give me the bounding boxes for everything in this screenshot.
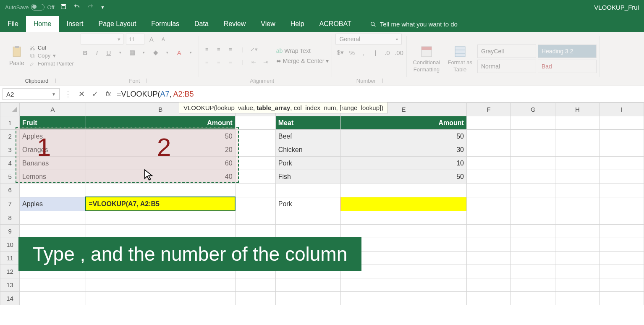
cut-button[interactable]: Cut <box>29 45 74 51</box>
row-header[interactable]: 7 <box>0 197 20 211</box>
grid[interactable]: A B C D E F G H I 1 Fruit Amount Meat Am… <box>0 102 644 305</box>
cell[interactable] <box>555 116 600 130</box>
style-bad[interactable]: Bad <box>538 60 597 73</box>
cell[interactable] <box>511 292 555 305</box>
conditional-formatting-button[interactable]: ConditionalFormatting <box>410 44 442 73</box>
cell[interactable]: 50 <box>341 170 467 183</box>
col-header-i[interactable]: I <box>599 103 644 116</box>
style-graycell[interactable]: GrayCell <box>477 45 536 58</box>
col-header-a[interactable]: A <box>20 103 86 116</box>
format-painter-button[interactable]: Format Painter <box>29 60 74 67</box>
cell[interactable] <box>235 157 275 170</box>
cell[interactable] <box>466 292 511 305</box>
cell[interactable] <box>86 292 235 305</box>
orientation-icon[interactable]: ⤢▾ <box>249 45 259 54</box>
cell[interactable] <box>86 211 235 225</box>
underline-button[interactable]: U <box>104 48 113 57</box>
style-normal[interactable]: Normal <box>477 60 536 73</box>
style-heading3[interactable]: Heading 3 2 <box>538 45 597 58</box>
cell[interactable] <box>235 143 275 157</box>
formula-input[interactable]: =VLOOKUP(A7, A2:B5 <box>117 90 194 99</box>
number-format-dropdown[interactable]: General▾ <box>335 34 402 45</box>
cell[interactable] <box>275 211 340 225</box>
cell[interactable] <box>466 143 511 157</box>
cell[interactable] <box>235 292 275 305</box>
borders-button[interactable]: ▦ <box>128 48 137 57</box>
cell[interactable] <box>599 238 644 252</box>
cell[interactable]: Fruit <box>20 116 86 130</box>
row-header[interactable]: 11 <box>0 252 20 265</box>
cell[interactable]: Chicken <box>275 143 340 157</box>
decrease-decimal-icon[interactable]: .00 <box>394 48 403 57</box>
cell[interactable] <box>511 170 555 183</box>
tab-review[interactable]: Review <box>216 16 253 32</box>
decrease-indent-icon[interactable]: ⇤ <box>249 58 259 67</box>
fill-color-button[interactable]: ◆ <box>151 48 160 57</box>
cell[interactable] <box>20 278 86 292</box>
cell[interactable] <box>235 278 275 292</box>
align-middle-icon[interactable]: ≡ <box>214 45 223 54</box>
row-header[interactable]: 6 <box>0 183 20 197</box>
cell[interactable] <box>555 183 600 197</box>
cell[interactable] <box>466 225 511 238</box>
undo-icon[interactable] <box>73 3 80 11</box>
cell[interactable]: 20 <box>86 143 235 157</box>
cell[interactable] <box>511 225 555 238</box>
copy-button[interactable]: Copy ▾ <box>29 52 74 59</box>
cell[interactable] <box>466 278 511 292</box>
row-header[interactable]: 8 <box>0 211 20 225</box>
cell[interactable]: Lemons <box>20 170 86 183</box>
merge-center-button[interactable]: ⬌ Merge & Center ▾ <box>276 58 329 64</box>
redo-icon[interactable] <box>87 3 94 11</box>
row-header[interactable]: 13 <box>0 278 20 292</box>
cell[interactable] <box>599 211 644 225</box>
align-top-icon[interactable]: ≡ <box>202 45 212 54</box>
worksheet[interactable]: A B C D E F G H I 1 Fruit Amount Meat Am… <box>0 102 644 305</box>
cell-lookup-value[interactable]: Apples <box>20 197 86 211</box>
row-header[interactable]: 14 <box>0 292 20 305</box>
cell[interactable] <box>466 197 511 211</box>
col-header-h[interactable]: H <box>555 103 600 116</box>
cell-styles-gallery[interactable]: GrayCell Heading 3 2 Normal Bad <box>477 45 597 73</box>
cell[interactable]: Oranges <box>20 143 86 157</box>
cell[interactable] <box>235 197 275 211</box>
tab-insert[interactable]: Insert <box>59 16 91 32</box>
cell[interactable] <box>555 252 600 265</box>
cell[interactable] <box>341 183 467 197</box>
row-header[interactable]: 1 <box>0 116 20 130</box>
cell[interactable] <box>275 183 340 197</box>
cancel-formula-icon[interactable]: ✕ <box>77 89 86 99</box>
cell[interactable] <box>599 197 644 211</box>
italic-button[interactable]: I <box>92 48 102 57</box>
cell[interactable] <box>511 157 555 170</box>
increase-indent-icon[interactable]: ⇥ <box>261 58 270 67</box>
cell[interactable] <box>555 143 600 157</box>
cell[interactable]: 40 <box>86 170 235 183</box>
cell[interactable] <box>235 130 275 143</box>
cell[interactable] <box>599 278 644 292</box>
cell[interactable] <box>466 183 511 197</box>
cell[interactable] <box>466 265 511 278</box>
cell[interactable] <box>20 225 86 238</box>
cell[interactable] <box>511 278 555 292</box>
row-header[interactable]: 4 <box>0 157 20 170</box>
cell[interactable] <box>466 238 511 252</box>
cell[interactable]: 10 <box>341 157 467 170</box>
cell[interactable] <box>555 265 600 278</box>
cell[interactable] <box>20 211 86 225</box>
autosave-toggle[interactable]: AutoSave Off <box>5 4 54 10</box>
cell[interactable] <box>599 183 644 197</box>
cell[interactable] <box>86 225 235 238</box>
font-family-dropdown[interactable]: ▾ <box>81 34 123 45</box>
cell[interactable] <box>86 278 235 292</box>
cell[interactable] <box>235 225 275 238</box>
cell[interactable] <box>599 265 644 278</box>
align-bottom-icon[interactable]: ≡ <box>226 45 235 54</box>
cell[interactable] <box>599 116 644 130</box>
cell[interactable] <box>20 183 86 197</box>
row-header[interactable]: 10 <box>0 238 20 252</box>
font-launcher-icon[interactable] <box>142 79 147 83</box>
cell[interactable] <box>466 130 511 143</box>
cell-meat-result[interactable] <box>341 197 467 211</box>
row-header[interactable]: 9 <box>0 225 20 238</box>
